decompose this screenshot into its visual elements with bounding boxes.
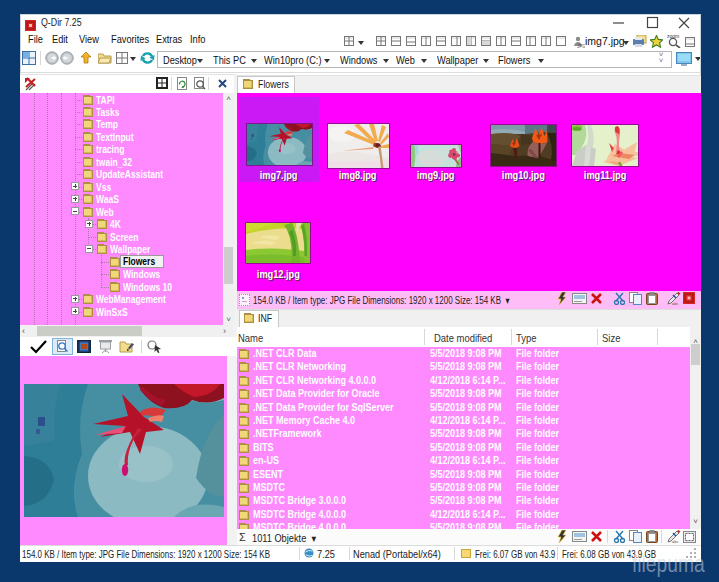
- svg-text:abc: abc: [672, 539, 678, 543]
- svg-text:JPG: JPG: [577, 44, 585, 49]
- svg-text:abc: abc: [672, 301, 678, 305]
